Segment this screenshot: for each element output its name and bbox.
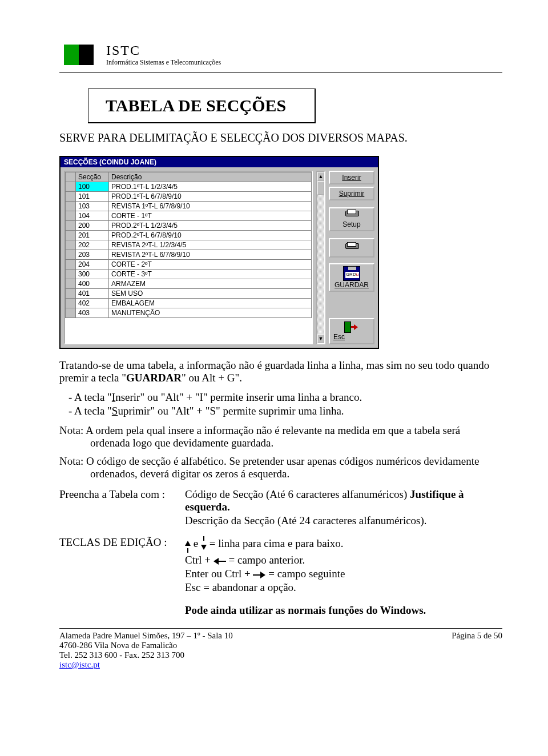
grid-row[interactable]: 202REVISTA 2ºT-L 1/2/3/4/5	[66, 240, 312, 250]
suprimir-button[interactable]: Suprimir	[329, 187, 374, 200]
keys-line-2: Ctrl + = campo anterior.	[185, 554, 502, 566]
note-alphabetic: Nota: O código de secção é alfabético. S…	[59, 455, 502, 480]
scroll-track[interactable]	[317, 195, 324, 334]
grid-row[interactable]: 101PROD.1ºT-L 6/7/8/9/10	[66, 192, 312, 202]
keys-label: TECLAS DE EDIÇÃO :	[59, 536, 185, 618]
grid-row[interactable]: 403MANUTENÇÃO	[66, 308, 312, 318]
fill-label: Preencha a Tabela com :	[59, 488, 185, 528]
setup-label: Setup	[342, 220, 360, 228]
grid-row[interactable]: 103REVISTA 1ºT-L 6/7/8/9/10	[66, 202, 312, 211]
logo-abbr: ISTC	[106, 43, 221, 58]
arrow-down-icon	[201, 536, 207, 553]
esc-button[interactable]: Esc	[329, 318, 374, 344]
scroll-down-icon[interactable]: ▼	[317, 334, 324, 343]
printer-icon	[345, 243, 358, 252]
guardar-button[interactable]: GRDu GUARDAR	[329, 263, 374, 292]
arrow-up-icon	[185, 536, 191, 553]
scroll-up-icon[interactable]: ▲	[317, 172, 324, 181]
grid-row[interactable]: 204CORTE - 2ºT	[66, 260, 312, 270]
dialog-titlebar: SECÇÕES (COINDU JOANE)	[61, 157, 378, 167]
data-grid[interactable]: Secção Descrição 100PROD.1ºT-L 1/2/3/4/5…	[64, 171, 313, 344]
footer-address-1: Alameda Padre Manuel Simões, 197 – 1º - …	[59, 631, 233, 641]
scrollbar[interactable]: ▲ ▼	[316, 171, 325, 344]
grid-row[interactable]: 203REVISTA 2ºT-L 6/7/8/9/10	[66, 250, 312, 260]
header-rule	[59, 72, 502, 73]
paragraph-intro: Tratando-se de uma tabela, a informação …	[59, 359, 502, 384]
floppy-disk-icon: GRDu	[343, 266, 360, 281]
grid-header-row: Secção Descrição	[66, 172, 312, 182]
grid-row[interactable]: 401SEM USO	[66, 289, 312, 299]
fill-line-1: Código de Secção (Até 6 caracteres alfan…	[185, 488, 502, 513]
footer-email-link[interactable]: istc@istc.pt	[59, 660, 100, 669]
print-button[interactable]: Setup	[329, 207, 374, 231]
guardar-label: GUARDAR	[335, 281, 369, 289]
footer-rule	[59, 628, 502, 629]
page-subtitle: SERVE PARA DELIMITAÇÃO E SELECÇÃO DOS DI…	[59, 131, 502, 144]
footer-tel: Tel. 252 313 600 - Fax. 252 313 700	[59, 650, 502, 660]
bullet-suprimir: A tecla "Suprimir" ou "Alt" + "S" permit…	[82, 405, 502, 417]
arrow-left-icon	[213, 558, 226, 565]
fill-line-2: Descrição da Secção (Até 24 caracteres a…	[185, 514, 502, 527]
keys-line-5: Pode ainda utilizar as normais funções d…	[185, 604, 502, 617]
keys-line-3: Enter ou Ctrl + = campo seguinte	[185, 568, 502, 580]
printer-icon	[345, 211, 358, 220]
footer-address-2: 4760-286 Vila Nova de Famalicão	[59, 641, 502, 650]
logo-icon	[59, 41, 98, 69]
keys-line-1: e = linha para cima e para baixo.	[185, 536, 502, 553]
scroll-thumb[interactable]	[317, 181, 324, 195]
keys-line-4: Esc = abandonar a opção.	[185, 581, 502, 594]
bullet-inserir: A tecla "Inserir" ou "Alt" + "I" permite…	[82, 391, 502, 404]
page-header-logo: ISTC Informática Sistemas e Telecomunica…	[59, 41, 502, 69]
grid-row[interactable]: 200PROD.2ºT-L 1/2/3/4/5	[66, 221, 312, 231]
grid-row[interactable]: 104CORTE - 1ºT	[66, 211, 312, 221]
footer-page-number: Página 5 de 50	[452, 631, 502, 641]
arrow-right-icon	[253, 572, 265, 578]
grid-row[interactable]: 300CORTE - 3ºT	[66, 270, 312, 279]
grid-row[interactable]: 100PROD.1ºT-L 1/2/3/4/5	[66, 182, 312, 192]
esc-label: Esc	[333, 333, 345, 341]
page-title: TABELA DE SECÇÕES	[88, 89, 316, 123]
exit-icon	[344, 321, 359, 333]
col-header-descricao: Descrição	[109, 172, 312, 182]
print-icon-button[interactable]	[329, 238, 374, 258]
dialog-window: SECÇÕES (COINDU JOANE) Secção Descrição …	[59, 156, 379, 349]
col-header-seccao: Secção	[76, 172, 109, 182]
note-order: Nota: A ordem pela qual insere a informa…	[59, 424, 502, 449]
inserir-button[interactable]: Inserir	[329, 171, 374, 184]
grid-row[interactable]: 402EMBALAGEM	[66, 299, 312, 308]
grid-row[interactable]: 400ARMAZEM	[66, 279, 312, 289]
logo-tagline: Informática Sistemas e Telecomunicações	[106, 58, 221, 67]
grid-row[interactable]: 201PROD.2ºT-L 6/7/8/9/10	[66, 231, 312, 240]
